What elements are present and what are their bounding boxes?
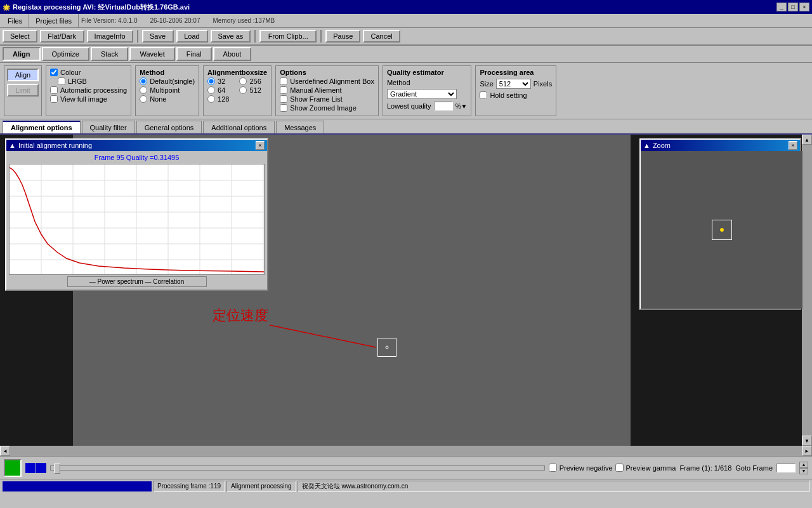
zoom-window-close[interactable]: ×: [789, 141, 797, 150]
project-menu[interactable]: Project files: [32, 16, 75, 26]
close-button[interactable]: ×: [799, 3, 809, 11]
preview-negative-checkbox[interactable]: [549, 464, 557, 472]
quality-method-select[interactable]: Gradient: [387, 89, 457, 99]
proc-window-close[interactable]: ×: [256, 141, 265, 150]
color-box: [4, 459, 22, 477]
scroll-right-button[interactable]: ►: [802, 446, 812, 456]
quality-method-label: Method: [387, 79, 410, 86]
proc-window-body: Frame 95 Quality =0.31495: [6, 151, 267, 290]
colour-label: Colour: [60, 69, 81, 76]
lowest-quality-label: Lowest quality: [387, 102, 431, 110]
tab-stack[interactable]: Stack: [91, 47, 129, 61]
chart-area: [9, 164, 265, 275]
userdefined-label: Userdefined Alignment Box: [290, 77, 374, 85]
file-date: 26-10-2006 20:07: [150, 17, 200, 24]
alignmentbox-options: 32 64 128 256 512: [207, 77, 267, 104]
subtab-messages[interactable]: Messages: [276, 121, 324, 133]
hold-setting-checkbox[interactable]: [480, 91, 487, 99]
load-button[interactable]: Load: [176, 30, 208, 43]
scroll-htrack[interactable]: [10, 446, 802, 456]
subtab-alignment[interactable]: Alignment options: [3, 121, 81, 133]
quality-group: Quality estimator Method Gradient Lowest…: [383, 65, 472, 116]
box-128-radio[interactable]: [207, 95, 215, 103]
status-progress-bar: [3, 481, 152, 491]
scroll-left-button[interactable]: ◄: [0, 446, 10, 456]
chart-svg: [10, 164, 265, 275]
nav-arrow1[interactable]: [25, 463, 36, 473]
tab-final[interactable]: Final: [176, 47, 212, 61]
preview-gamma-checkbox[interactable]: [615, 464, 624, 472]
subtabs: Alignment options Quality filter General…: [0, 119, 812, 135]
subtab-quality[interactable]: Quality filter: [82, 121, 135, 133]
showzoom-checkbox[interactable]: [280, 104, 287, 112]
toolbar: Select Flat/Dark ImageInfo Save Load Sav…: [0, 28, 812, 46]
method-group: Method Default(single) Multipoint None: [135, 65, 199, 116]
frame-info-bottom: Frame (1): 1/618: [679, 464, 731, 472]
nav-arrow2[interactable]: [36, 463, 46, 473]
progress-slider[interactable]: [50, 465, 545, 471]
files-menu[interactable]: Files: [4, 16, 26, 26]
auto-proc-checkbox[interactable]: [50, 86, 58, 94]
alignment-target-box: [377, 338, 396, 357]
cancel-button[interactable]: Cancel: [363, 30, 400, 43]
limit-btn[interactable]: Limit: [7, 84, 39, 97]
pause-button[interactable]: Pause: [325, 30, 360, 43]
box-256-radio[interactable]: [239, 77, 247, 85]
scroll-down-button[interactable]: ▼: [802, 436, 812, 446]
minimize-button[interactable]: _: [776, 3, 787, 11]
lowest-quality-input[interactable]: 80: [434, 102, 453, 110]
window-title: 🌟 Registax processing AVI: 经VirtualDub转换…: [3, 3, 190, 12]
zoom-window-title-text: Zoom: [653, 142, 671, 149]
subtab-general[interactable]: General options: [136, 121, 202, 133]
frame-info-text: Frame 95 Quality =0.31495: [9, 154, 265, 161]
tab-wavelet[interactable]: Wavelet: [129, 47, 174, 61]
preview-gamma-label: Preview gamma: [626, 464, 676, 472]
align-group: Align Limit: [4, 65, 42, 116]
nav-arrows: [25, 463, 46, 473]
box-64-radio[interactable]: [207, 86, 215, 94]
colour-checkbox[interactable]: [50, 69, 58, 76]
alignment-status: Alignment processing: [226, 481, 296, 492]
method-none-radio[interactable]: [140, 95, 147, 103]
method-none-label: None: [150, 95, 166, 103]
manual-checkbox[interactable]: [280, 86, 287, 94]
box-32-radio[interactable]: [207, 77, 215, 85]
scroll-vtrack[interactable]: [802, 145, 812, 436]
select-button[interactable]: Select: [3, 30, 37, 43]
saveas-button[interactable]: Save as: [211, 30, 251, 43]
userdefined-checkbox[interactable]: [280, 77, 287, 85]
goto-frame-input[interactable]: 1: [776, 464, 796, 472]
align-btn[interactable]: Align: [7, 69, 39, 81]
save-button[interactable]: Save: [142, 30, 174, 43]
goto-frame-spinners: ▲ ▼: [799, 462, 808, 474]
method-multi-radio[interactable]: [140, 86, 147, 94]
proc-window-title-text: Initial alignment running: [18, 142, 92, 149]
app-icon: 🌟: [3, 4, 10, 11]
imageinfo-button[interactable]: ImageInfo: [87, 30, 133, 43]
tab-align[interactable]: Align: [3, 47, 41, 61]
goto-up-btn[interactable]: ▲: [799, 462, 808, 468]
size-label: Size: [480, 80, 493, 88]
method-multi-row: Multipoint: [140, 86, 195, 94]
flatdark-button[interactable]: Flat/Dark: [40, 30, 84, 43]
maximize-button[interactable]: □: [788, 3, 798, 11]
memory-used: Memory used :137MB: [213, 17, 275, 24]
slider-thumb[interactable]: [54, 464, 60, 474]
view-full-checkbox[interactable]: [50, 95, 58, 103]
fromclipb-button[interactable]: From Clipb...: [259, 30, 317, 43]
goto-down-btn[interactable]: ▼: [799, 468, 808, 474]
tab-optimize[interactable]: Optimize: [42, 47, 89, 61]
hscrollbar-row: ◄ ►: [0, 446, 812, 456]
method-default-radio[interactable]: [140, 77, 147, 85]
size-select[interactable]: 512: [496, 79, 531, 89]
showframe-checkbox[interactable]: [280, 95, 287, 103]
scroll-up-button[interactable]: ▲: [802, 135, 812, 145]
options-title: Options: [280, 69, 374, 76]
svg-line-0: [270, 325, 376, 347]
box-512-radio[interactable]: [239, 86, 247, 94]
subtab-additional[interactable]: Additional options: [203, 121, 275, 133]
zoom-window-body: [641, 151, 802, 309]
alignmentbox-title: Alignmentboxsize: [207, 69, 267, 76]
tab-about[interactable]: About: [213, 47, 252, 61]
lrgb-checkbox[interactable]: [58, 77, 65, 85]
